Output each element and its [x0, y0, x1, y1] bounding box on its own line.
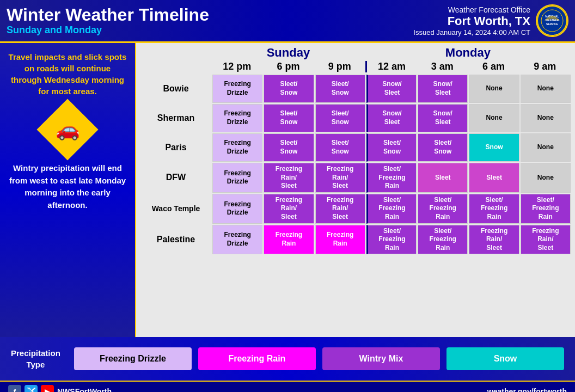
slick-road-sign: 🚗 — [36, 99, 98, 160]
website-url: weather.gov/fortworth — [487, 387, 567, 392]
office-info: Weather Forecast Office Fort Worth, TX I… — [413, 5, 530, 36]
day-headers: Sunday Monday — [140, 46, 571, 60]
cell-paris-t4: Sleet/ Snow — [418, 133, 468, 162]
social-area: f ▶ NWSFortWorth — [8, 385, 112, 392]
city-label-bowie: Bowie — [140, 75, 211, 103]
cell-sherman-t2: Sleet/ Snow — [315, 104, 365, 132]
cell-waco-temple-t4: Sleet/ Freezing Rain — [418, 194, 468, 224]
city-label-palestine: Palestine — [140, 225, 211, 255]
time-9am: 9 am — [519, 61, 571, 72]
cell-bowie-t0: Freezing Drizzle — [212, 75, 262, 103]
cell-paris-t1: Sleet/ Snow — [264, 133, 314, 162]
cell-dfw-t2: Freezing Rain/ Sleet — [315, 163, 365, 193]
cell-bowie-t1: Sleet/ Snow — [264, 75, 314, 103]
legend-item-snow: Snow — [446, 347, 564, 370]
nws-logo: NATIONAL WEATHER SERVICE — [536, 4, 568, 37]
time-12pm: 12 pm — [211, 61, 262, 72]
youtube-icon[interactable]: ▶ — [41, 385, 54, 392]
time-6pm: 6 pm — [262, 61, 314, 72]
city-name: Fort Worth, TX — [413, 14, 530, 28]
left-panel: Travel impacts and slick spots on roads … — [0, 43, 136, 337]
cell-bowie-t5: None — [469, 75, 519, 103]
city-label-waco-temple: Waco Temple — [140, 194, 211, 224]
time-6am: 6 am — [468, 61, 519, 72]
cell-paris-t6: None — [521, 133, 571, 162]
city-label-dfw: DFW — [140, 163, 211, 193]
cell-dfw-t1: Freezing Rain/ Sleet — [264, 163, 314, 193]
header-subtitle: Sunday and Monday — [7, 24, 209, 36]
sunday-label: Sunday — [211, 46, 365, 60]
time-headers: 12 pm 6 pm 9 pm 12 am 3 am 6 am 9 am — [140, 61, 571, 72]
page-title: Winter Weather Timeline — [7, 5, 209, 24]
twitter-icon[interactable] — [25, 385, 38, 392]
legend-item-freezing-rain: Freezing Rain — [198, 347, 316, 370]
cell-sherman-t0: Freezing Drizzle — [212, 104, 262, 132]
weather-table: Sunday Monday 12 pm 6 pm 9 pm 12 am 3 am… — [136, 43, 575, 337]
header-left: Winter Weather Timeline Sunday and Monda… — [7, 5, 209, 36]
cell-palestine-t5: Freezing Rain/ Sleet — [469, 225, 519, 255]
header-right: Weather Forecast Office Fort Worth, TX I… — [413, 4, 568, 37]
monday-label: Monday — [365, 46, 571, 60]
cell-bowie-t3: Snow/ Sleet — [366, 75, 417, 103]
cell-palestine-t2: Freezing Rain — [315, 225, 365, 255]
cell-sherman-t5: None — [469, 104, 519, 132]
bottom-bar: f ▶ NWSFortWorth weather.gov/fortworth — [0, 381, 575, 392]
cell-bowie-t6: None — [521, 75, 571, 103]
cell-sherman-t1: Sleet/ Snow — [264, 104, 314, 132]
cell-palestine-t4: Sleet/ Freezing Rain — [418, 225, 468, 255]
legend-label: PrecipitationType — [11, 347, 60, 370]
office-name: Weather Forecast Office — [413, 5, 530, 14]
legend-area: PrecipitationType Freezing DrizzleFreezi… — [0, 337, 575, 381]
city-label-sherman: Sherman — [140, 104, 211, 132]
cell-palestine-t0: Freezing Drizzle — [212, 225, 262, 255]
time-3am: 3 am — [417, 61, 468, 72]
cell-waco-temple-t6: Sleet/ Freezing Rain — [521, 194, 571, 224]
weather-data-grid: BowieFreezing DrizzleSleet/ SnowSleet/ S… — [140, 75, 571, 254]
time-9pm: 9 pm — [314, 61, 365, 72]
cell-paris-t5: Snow — [469, 133, 519, 162]
legend-items: Freezing DrizzleFreezing RainWintry MixS… — [74, 347, 564, 370]
cell-paris-t2: Sleet/ Snow — [315, 133, 365, 162]
cell-dfw-t3: Sleet/ Freezing Rain — [366, 163, 417, 193]
header: Winter Weather Timeline Sunday and Monda… — [0, 0, 575, 43]
city-label-paris: Paris — [140, 133, 211, 162]
cell-bowie-t4: Snow/ Sleet — [418, 75, 468, 103]
cell-waco-temple-t1: Freezing Rain/ Sleet — [264, 194, 314, 224]
slick-road-icon: 🚗 — [56, 118, 80, 141]
cell-bowie-t2: Sleet/ Snow — [315, 75, 365, 103]
social-handle: NWSFortWorth — [57, 387, 112, 392]
cell-sherman-t4: Snow/ Sleet — [418, 104, 468, 132]
svg-text:SERVICE: SERVICE — [546, 22, 559, 26]
cell-waco-temple-t5: Sleet/ Freezing Rain — [469, 194, 519, 224]
cell-palestine-t6: Freezing Rain/ Sleet — [521, 225, 571, 255]
cell-palestine-t3: Sleet/ Freezing Rain — [366, 225, 417, 255]
cell-sherman-t6: None — [521, 104, 571, 132]
cell-paris-t3: Sleet/ Snow — [366, 133, 417, 162]
cell-paris-t0: Freezing Drizzle — [212, 133, 262, 162]
main-content: Travel impacts and slick spots on roads … — [0, 43, 575, 337]
facebook-icon[interactable]: f — [8, 385, 21, 392]
time-12am: 12 am — [365, 61, 417, 72]
cell-dfw-t6: None — [521, 163, 571, 193]
cell-sherman-t3: Snow/ Sleet — [366, 104, 417, 132]
cell-dfw-t5: Sleet — [469, 163, 519, 193]
cell-palestine-t1: Freezing Rain — [264, 225, 314, 255]
wintry-precipitation-text: Wintry precipitation will end from west … — [8, 162, 127, 211]
travel-impact-text: Travel impacts and slick spots on roads … — [8, 51, 127, 97]
cell-waco-temple-t0: Freezing Drizzle — [212, 194, 262, 224]
cell-dfw-t4: Sleet — [418, 163, 468, 193]
legend-item-wintry-mix: Wintry Mix — [322, 347, 440, 370]
cell-dfw-t0: Freezing Drizzle — [212, 163, 262, 193]
cell-waco-temple-t3: Sleet/ Freezing Rain — [366, 194, 417, 224]
cell-waco-temple-t2: Freezing Rain/ Sleet — [315, 194, 365, 224]
legend-item-freezing-drizzle: Freezing Drizzle — [74, 347, 192, 370]
issued-date: Issued January 14, 2024 4:00 AM CT — [413, 28, 530, 36]
